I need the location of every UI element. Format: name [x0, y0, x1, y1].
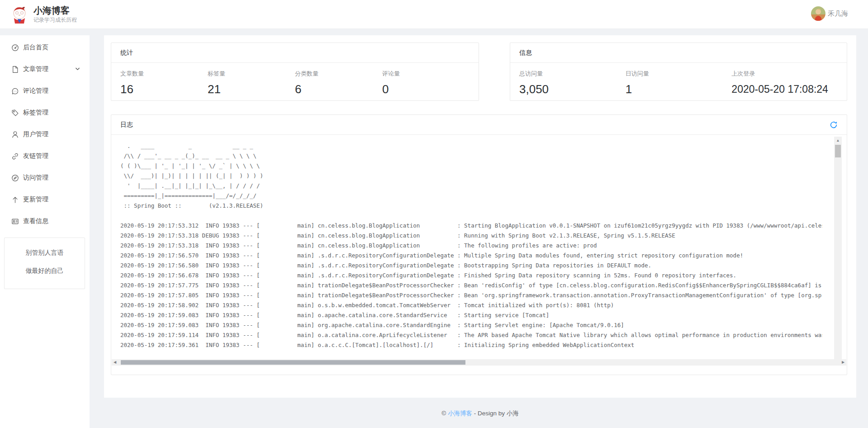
stat-value: 21	[208, 82, 295, 96]
logo-text: 小海博客 记录学习成长历程	[33, 5, 77, 24]
stat-value: 16	[120, 82, 208, 96]
sidebar-item-links[interactable]: 友链管理	[0, 145, 90, 167]
stats-card-title: 统计	[120, 43, 133, 62]
stats-card-header: 统计	[111, 43, 479, 63]
sidebar-item-label: 更新管理	[23, 195, 48, 204]
stat-value: 1	[626, 82, 732, 96]
sidebar-item-label: 后台首页	[23, 43, 48, 52]
scroll-up-icon[interactable]: ▲	[834, 138, 842, 144]
stat-value: 2020-05-20 17:08:24	[731, 82, 838, 96]
arrow-up-icon	[11, 196, 19, 204]
stat-label: 上次登录	[731, 70, 838, 78]
horizontal-scroll-thumb[interactable]	[121, 360, 465, 365]
avatar	[811, 6, 825, 21]
stat-value: 3,050	[519, 82, 626, 96]
stat-item: 文章数量16	[120, 70, 208, 96]
motto-box: 别管别人言语 做最好的自己	[4, 238, 85, 289]
footer-site-link[interactable]: 小海博客	[448, 410, 472, 417]
file-icon	[11, 66, 19, 73]
stat-value: 6	[295, 82, 382, 96]
chevron-down-icon	[75, 66, 81, 72]
site-title: 小海博客	[33, 5, 77, 15]
user-icon	[11, 131, 19, 138]
sidebar-item-label: 文章管理	[23, 65, 48, 73]
stat-label: 日访问量	[626, 70, 732, 78]
log-card: 日志 . ____ _ __ _ _ /\\ / ___'_ __ _ _(_)…	[111, 114, 847, 375]
footer-designer: - Design by 小海	[472, 410, 519, 417]
stat-item: 标签量21	[208, 70, 295, 96]
sidebar-item-label: 用户管理	[23, 130, 48, 138]
stat-item: 总访问量3,050	[519, 70, 626, 96]
sidebar-item-comments[interactable]: 评论管理	[0, 80, 90, 102]
sidebar-item-tags[interactable]: 标签管理	[0, 102, 90, 124]
sidebar-item-articles[interactable]: 文章管理	[0, 58, 90, 80]
idcard-icon	[11, 218, 19, 225]
stat-label: 文章数量	[120, 70, 208, 78]
link-icon	[11, 152, 19, 160]
footer: © 小海博客 - Design by 小海	[104, 409, 856, 418]
log-output: . ____ _ __ _ _ /\\ / ___'_ __ _ _(_)_ _…	[111, 135, 822, 352]
stat-item: 评论量0	[382, 70, 470, 96]
info-card: 信息 总访问量3,050日访问量1上次登录2020-05-20 17:08:24	[510, 43, 847, 101]
stat-label: 分类数量	[295, 70, 382, 78]
stats-card: 统计 文章数量16标签量21分类数量6评论量0	[111, 43, 479, 101]
log-card-title: 日志	[120, 115, 133, 134]
user-menu[interactable]: 禾几海	[811, 6, 848, 21]
sidebar-item-label: 查看信息	[23, 217, 48, 225]
log-card-header: 日志	[111, 115, 847, 135]
sidebar-item-updates[interactable]: 更新管理	[0, 189, 90, 210]
compass-icon	[11, 174, 19, 182]
stat-label: 总访问量	[519, 70, 626, 78]
info-card-header: 信息	[510, 43, 847, 63]
sidebar: 后台首页文章管理评论管理标签管理用户管理友链管理访问管理更新管理查看信息 别管别…	[0, 35, 90, 428]
page: 小海博客 记录学习成长历程 禾几海 后台首页文章管理评论管理标签管理用户管理友链…	[0, 0, 868, 428]
sidebar-item-users[interactable]: 用户管理	[0, 124, 90, 145]
site-subtitle: 记录学习成长历程	[33, 16, 77, 24]
stat-item: 分类数量6	[295, 70, 382, 96]
motto-line: 别管别人言语	[5, 243, 85, 262]
sidebar-item-label: 访问管理	[23, 174, 48, 182]
sidebar-item-label: 友链管理	[23, 152, 48, 160]
sidebar-item-label: 评论管理	[23, 87, 48, 95]
comment-icon	[11, 87, 19, 95]
stats-card-body: 文章数量16标签量21分类数量6评论量0	[111, 63, 479, 96]
logo-image-icon	[10, 5, 29, 24]
vertical-scrollbar[interactable]: ▲ ▼	[834, 137, 842, 365]
info-card-title: 信息	[519, 43, 532, 62]
sidebar-item-dashboard[interactable]: 后台首页	[0, 37, 90, 58]
scroll-right-icon[interactable]: ▶	[840, 359, 846, 366]
logo[interactable]: 小海博客 记录学习成长历程	[10, 5, 77, 24]
user-name: 禾几海	[828, 10, 848, 18]
footer-copyright: ©	[441, 410, 448, 417]
info-card-body: 总访问量3,050日访问量1上次登录2020-05-20 17:08:24	[510, 63, 847, 96]
sidebar-item-info[interactable]: 查看信息	[0, 210, 90, 232]
refresh-icon[interactable]	[830, 121, 838, 129]
sidebar-item-visits[interactable]: 访问管理	[0, 167, 90, 189]
horizontal-scrollbar[interactable]: ◀ ▶	[112, 359, 846, 366]
scroll-left-icon[interactable]: ◀	[112, 359, 118, 366]
log-body: . ____ _ __ _ _ /\\ / ___'_ __ _ _(_)_ _…	[111, 135, 847, 375]
sidebar-menu: 后台首页文章管理评论管理标签管理用户管理友链管理访问管理更新管理查看信息	[0, 35, 90, 232]
stat-label: 评论量	[382, 70, 470, 78]
sidebar-item-label: 标签管理	[23, 109, 48, 117]
dashboard-icon	[11, 44, 19, 52]
main-content: 统计 文章数量16标签量21分类数量6评论量0 信息 总访问量3,050日访问量…	[104, 35, 856, 398]
vertical-scroll-thumb[interactable]	[835, 145, 841, 157]
stat-item: 日访问量1	[626, 70, 732, 96]
header: 小海博客 记录学习成长历程 禾几海	[0, 0, 868, 29]
stat-value: 0	[382, 82, 470, 96]
stat-label: 标签量	[208, 70, 295, 78]
stat-item: 上次登录2020-05-20 17:08:24	[731, 70, 838, 96]
motto-line: 做最好的自己	[5, 262, 85, 280]
tag-icon	[11, 109, 19, 117]
